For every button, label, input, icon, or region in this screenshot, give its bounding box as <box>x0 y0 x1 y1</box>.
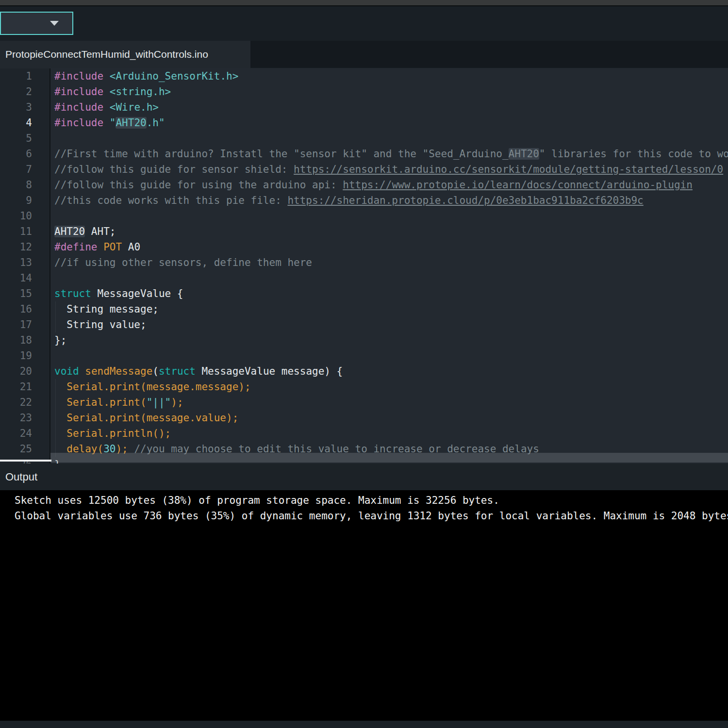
horizontal-scrollbar-thumb[interactable] <box>0 460 51 462</box>
code-line[interactable]: 12#define POT A0 <box>0 239 728 255</box>
code-line[interactable]: 21 Serial.print(message.message); <box>0 379 728 395</box>
line-number[interactable]: 22 <box>0 395 50 410</box>
code-text <box>50 270 728 286</box>
code-line[interactable]: 7//follow this guide for sensor shield: … <box>0 162 728 177</box>
code-token: void <box>54 365 79 377</box>
line-number[interactable]: 21 <box>0 379 50 395</box>
line-number[interactable]: 1 <box>0 68 50 84</box>
code-token: sendMessage <box>85 365 152 377</box>
code-line[interactable]: 18}; <box>0 332 728 348</box>
code-token: .h" <box>147 117 165 129</box>
line-number[interactable]: 25 <box>0 441 50 457</box>
code-token: Serial.print(message.value); <box>54 412 238 424</box>
console-line: Sketch uses 12500 bytes (38%) of program… <box>15 493 728 508</box>
code-line[interactable]: 19 <box>0 348 728 364</box>
code-token: AHT20 <box>509 148 539 160</box>
output-console[interactable]: Sketch uses 12500 bytes (38%) of program… <box>0 490 728 721</box>
code-token: <Arduino_SensorKit.h> <box>110 70 239 82</box>
code-text: AHT20 AHT; <box>50 224 728 239</box>
line-number[interactable]: 9 <box>0 193 50 208</box>
line-number[interactable]: 11 <box>0 224 50 239</box>
code-text: }; <box>50 332 728 348</box>
line-number[interactable]: 10 <box>0 208 50 224</box>
code-text: //this code works with this pie file: ht… <box>50 193 728 208</box>
code-text: Serial.print(message.value); <box>50 410 728 426</box>
code-token <box>79 365 85 377</box>
code-text: #include <string.h> <box>50 84 728 99</box>
code-line[interactable]: 5 <box>0 131 728 146</box>
code-line[interactable]: 4#include "AHT20.h" <box>0 115 728 131</box>
code-line[interactable]: 23 Serial.print(message.value); <box>0 410 728 426</box>
code-line[interactable]: 24 Serial.println(); <box>0 426 728 441</box>
code-token: AHT20 <box>116 117 146 129</box>
code-line[interactable]: 16 String message; <box>0 301 728 317</box>
code-line[interactable]: 20void sendMessage(struct MessageValue m… <box>0 364 728 379</box>
tab-label: ProtopieConnectTemHumid_withControls.ino <box>5 49 208 60</box>
code-line[interactable]: 6//First time with arduino? Instatl the … <box>0 146 728 162</box>
code-text: //follow this guide for using the arduin… <box>50 177 728 193</box>
board-selector-dropdown[interactable] <box>0 12 73 35</box>
line-number[interactable]: 17 <box>0 317 50 332</box>
code-token: #include <box>54 86 103 98</box>
line-number[interactable]: 19 <box>0 348 50 364</box>
code-token <box>103 117 110 129</box>
chevron-down-icon <box>50 21 59 26</box>
line-number[interactable]: 8 <box>0 177 50 193</box>
code-line[interactable]: 22 Serial.print("||"); <box>0 395 728 410</box>
code-token: String value; <box>54 319 147 331</box>
console-line: Global variables use 736 bytes (35%) of … <box>15 508 728 524</box>
line-number[interactable]: 18 <box>0 332 50 348</box>
arduino-ide-window: ProtopieConnectTemHumid_withControls.ino… <box>0 0 728 728</box>
line-number[interactable]: 14 <box>0 270 50 286</box>
code-line[interactable]: 17 String value; <box>0 317 728 332</box>
code-text: //First time with arduino? Instatl the "… <box>50 146 728 162</box>
code-token: String message; <box>54 303 159 315</box>
code-line[interactable]: 14 <box>0 270 728 286</box>
code-token: <Wire.h> <box>110 101 159 113</box>
code-line[interactable]: 1#include <Arduino_SensorKit.h> <box>0 68 728 84</box>
line-number[interactable]: 3 <box>0 99 50 115</box>
line-number[interactable]: 7 <box>0 162 50 177</box>
code-line[interactable]: 10 <box>0 208 728 224</box>
editor-tabbar: ProtopieConnectTemHumid_withControls.ino <box>0 41 728 68</box>
line-number[interactable]: 20 <box>0 364 50 379</box>
code-text: //follow this guide for sensor shield: h… <box>50 162 728 177</box>
code-token: #include <box>54 101 103 113</box>
code-token: #include <box>54 117 103 129</box>
code-line[interactable]: 2#include <string.h> <box>0 84 728 99</box>
code-text: Serial.print("||"); <box>50 395 728 410</box>
code-token <box>103 70 110 82</box>
line-number[interactable]: 15 <box>0 286 50 301</box>
line-number[interactable]: 24 <box>0 426 50 441</box>
code-line[interactable]: 3#include <Wire.h> <box>0 99 728 115</box>
tab-sketch[interactable]: ProtopieConnectTemHumid_withControls.ino <box>0 41 250 68</box>
code-token: <string.h> <box>110 86 171 98</box>
code-line[interactable]: 8//follow this guide for using the ardui… <box>0 177 728 193</box>
code-line[interactable]: 11AHT20 AHT; <box>0 224 728 239</box>
line-number[interactable]: 2 <box>0 84 50 99</box>
code-text: #include <Wire.h> <box>50 99 728 115</box>
code-text: //if using other sensors, define them he… <box>50 255 728 270</box>
code-token: //follow this guide for using the arduin… <box>54 179 343 191</box>
line-number[interactable]: 12 <box>0 239 50 255</box>
code-token: " <box>110 117 116 129</box>
code-line[interactable]: 9//this code works with this pie file: h… <box>0 193 728 208</box>
code-token: "||" <box>147 397 171 408</box>
code-line[interactable]: 15struct MessageValue { <box>0 286 728 301</box>
code-line[interactable]: 13//if using other sensors, define them … <box>0 255 728 270</box>
line-number[interactable]: 6 <box>0 146 50 162</box>
code-token: struct <box>54 288 91 299</box>
line-number[interactable]: 16 <box>0 301 50 317</box>
code-token: https://sheridan.protopie.cloud/p/0e3eb1… <box>287 195 643 206</box>
code-token: }; <box>54 334 66 346</box>
code-token: struct <box>159 365 196 377</box>
line-number[interactable]: 13 <box>0 255 50 270</box>
statusbar <box>0 721 728 728</box>
code-token: //follow this guide for sensor shield: <box>54 164 294 175</box>
code-editor[interactable]: 1#include <Arduino_SensorKit.h>2#include… <box>0 68 728 463</box>
code-token: Serial.println(); <box>54 428 171 439</box>
line-number[interactable]: 5 <box>0 131 50 146</box>
line-number[interactable]: 4 <box>0 115 50 131</box>
horizontal-scrollbar-track[interactable] <box>50 453 728 463</box>
line-number[interactable]: 23 <box>0 410 50 426</box>
